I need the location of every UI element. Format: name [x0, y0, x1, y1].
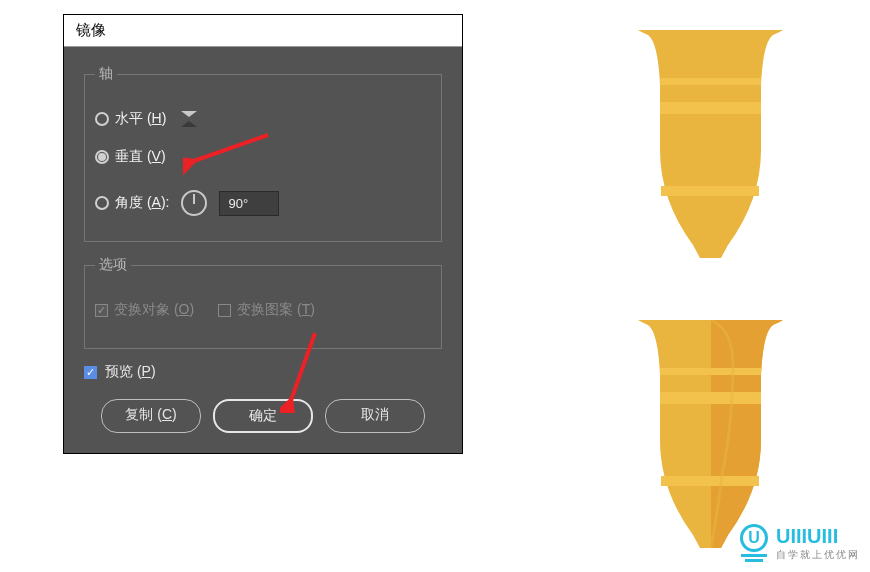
- watermark-subtitle: 自学就上优优网: [776, 548, 860, 562]
- horizontal-label: 水平 (H): [115, 110, 166, 128]
- angle-input[interactable]: 90°: [219, 191, 279, 216]
- svg-rect-5: [660, 368, 761, 375]
- angle-dial-icon[interactable]: [181, 190, 207, 216]
- options-legend: 选项: [95, 256, 131, 274]
- svg-rect-7: [661, 476, 759, 486]
- button-row: 复制 (C) 确定 取消: [84, 399, 442, 433]
- options-group: 选项 ✓ 变换对象 (O) 变换图案 (T): [84, 256, 442, 349]
- radio-angle[interactable]: [95, 196, 109, 210]
- transform-patterns-label: 变换图案 (T): [237, 301, 315, 319]
- svg-rect-4: [661, 186, 759, 196]
- svg-rect-3: [660, 102, 761, 114]
- radio-horizontal[interactable]: [95, 112, 109, 126]
- checkbox-transform-patterns: [218, 304, 231, 317]
- cancel-button[interactable]: 取消: [325, 399, 425, 433]
- checkbox-preview[interactable]: ✓: [84, 366, 97, 379]
- axis-horizontal-row[interactable]: 水平 (H): [95, 105, 431, 133]
- radio-vertical[interactable]: [95, 150, 109, 164]
- transform-objects-label: 变换对象 (O): [114, 301, 194, 319]
- angle-label: 角度 (A):: [115, 194, 169, 212]
- mirror-horizontal-icon: [178, 111, 200, 127]
- mirror-dialog: 镜像 轴 水平 (H) 垂直 (V) 角度 (A):: [63, 14, 463, 454]
- axis-legend: 轴: [95, 65, 117, 83]
- svg-rect-2: [660, 78, 761, 85]
- vertical-label: 垂直 (V): [115, 148, 166, 166]
- preview-label: 预览 (P): [105, 363, 156, 381]
- copy-button[interactable]: 复制 (C): [101, 399, 201, 433]
- options-row: ✓ 变换对象 (O) 变换图案 (T): [95, 296, 431, 324]
- watermark: U UIIIUIII 自学就上优优网: [740, 524, 860, 562]
- preview-row[interactable]: ✓ 预览 (P): [84, 363, 442, 381]
- axis-vertical-row[interactable]: 垂直 (V): [95, 143, 431, 171]
- vase-before: [633, 30, 788, 264]
- vase-after: [633, 320, 788, 554]
- dialog-body: 轴 水平 (H) 垂直 (V) 角度 (A): 9: [64, 47, 462, 453]
- axis-angle-row[interactable]: 角度 (A): 90°: [95, 189, 431, 217]
- dialog-title: 镜像: [64, 15, 462, 47]
- ok-button[interactable]: 确定: [213, 399, 313, 433]
- checkbox-transform-objects: ✓: [95, 304, 108, 317]
- axis-group: 轴 水平 (H) 垂直 (V) 角度 (A): 9: [84, 65, 442, 242]
- svg-rect-6: [660, 392, 761, 404]
- watermark-icon: U: [740, 524, 768, 562]
- watermark-brand: UIIIUIII: [776, 525, 838, 547]
